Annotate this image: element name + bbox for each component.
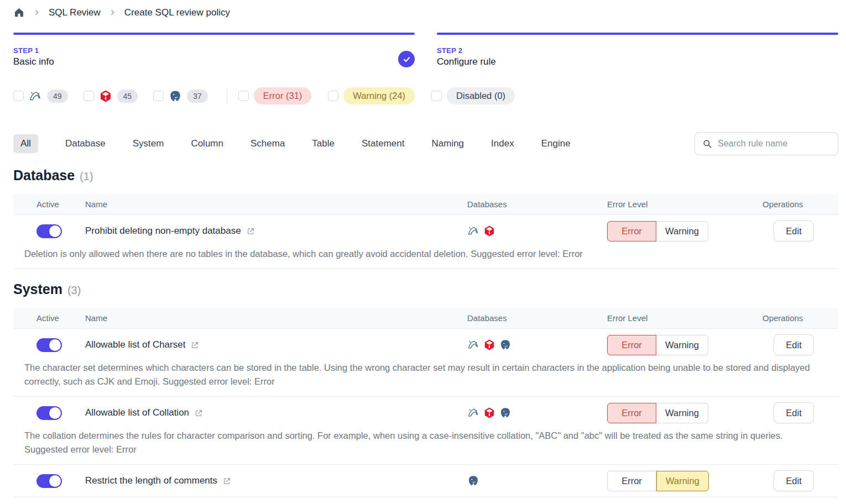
engine-filters: 49 45 37 (13, 90, 223, 103)
edit-button[interactable]: Edit (774, 470, 813, 491)
section-heading: Database (1) (13, 167, 838, 183)
error-filter-pill[interactable]: Error (31) (254, 87, 312, 104)
rule-row-block: Allowable list of Charset Error Warn (13, 329, 838, 397)
edit-button[interactable]: Edit (774, 221, 813, 242)
rule-databases (467, 407, 607, 419)
edit-button[interactable]: Edit (774, 334, 813, 355)
level-filter-checkbox[interactable] (328, 91, 338, 101)
column-header-operations: Operations (763, 200, 825, 209)
breadcrumb-sql-review[interactable]: SQL Review (49, 7, 101, 18)
section-title: System (13, 281, 62, 297)
level-filter-checkbox[interactable] (431, 91, 442, 101)
engine-filter-checkbox[interactable] (13, 91, 24, 101)
tab-table[interactable]: Table (312, 134, 335, 153)
warning-filter-pill[interactable]: Warning (24) (343, 87, 415, 104)
error-level-group: Error Warning (607, 471, 763, 491)
rule-count-badge: 45 (117, 90, 138, 103)
error-level-button[interactable]: Error (607, 221, 656, 242)
rule-active-toggle[interactable] (36, 406, 62, 420)
rule-name-link[interactable]: Allowable list of Charset (85, 339, 467, 350)
rule-description: The character set determines which chara… (13, 361, 838, 396)
tab-column[interactable]: Column (191, 134, 223, 153)
tab-naming[interactable]: Naming (431, 134, 464, 153)
breadcrumb-create-policy: Create SQL review policy (124, 7, 230, 18)
engine-filter[interactable]: 37 (153, 90, 208, 103)
tab-database[interactable]: Database (65, 134, 106, 153)
rule-name-link[interactable]: Allowable list of Collation (85, 407, 467, 418)
rule-active-toggle[interactable] (36, 474, 62, 488)
table-header-row: ActiveNameDatabasesError LevelOperations (13, 308, 838, 329)
rule-row: Allowable list of Collation Error Wa (13, 397, 838, 429)
warning-level-button[interactable]: Warning (656, 335, 708, 355)
rule-table: ActiveNameDatabasesError LevelOperations… (13, 308, 838, 497)
postgres-icon (169, 90, 182, 103)
level-filter-checkbox[interactable] (238, 91, 249, 101)
rule-name-link[interactable]: Restrict the length of comments (85, 475, 467, 486)
rule-name: Restrict the length of comments (85, 475, 217, 486)
warning-level-button[interactable]: Warning (656, 221, 708, 242)
table-header-row: ActiveNameDatabasesError LevelOperations (13, 194, 838, 215)
tab-index[interactable]: Index (491, 134, 514, 153)
rule-row-block: Restrict the length of comments Error Wa… (13, 465, 838, 497)
engine-filter-checkbox[interactable] (153, 91, 164, 101)
rule-section: Database (1) ActiveNameDatabasesError Le… (13, 167, 838, 269)
step-indicator: STEP 1 Basic info STEP 2 Configure rule (13, 33, 838, 67)
rule-row: Allowable list of Charset Error Warn (13, 329, 838, 361)
tidb-icon (99, 90, 112, 103)
step-2-title: Configure rule (437, 56, 838, 67)
tidb-icon (483, 225, 495, 237)
rule-name-link[interactable]: Prohibit deleting non-empty database (85, 225, 467, 237)
rule-description: Deletion is only allowed when there are … (13, 247, 838, 269)
external-link-icon (246, 227, 255, 236)
step-complete-check-icon (398, 51, 415, 67)
filter-divider (227, 88, 227, 103)
rule-count-badge: 37 (187, 90, 208, 103)
breadcrumb: SQL Review Create SQL review policy (13, 0, 838, 18)
postgres-icon (467, 475, 479, 487)
edit-button[interactable]: Edit (774, 402, 813, 423)
tab-system[interactable]: System (133, 134, 164, 153)
column-header-active: Active (36, 200, 85, 209)
error-level-button[interactable]: Error (607, 403, 656, 423)
search-box[interactable] (694, 132, 838, 155)
level-filter[interactable]: Warning (24) (328, 87, 415, 104)
tab-list: AllDatabaseSystemColumnSchemaTableStatem… (13, 134, 571, 153)
rule-active-toggle[interactable] (36, 224, 62, 238)
tab-engine[interactable]: Engine (541, 134, 571, 153)
mysql-icon (29, 90, 42, 103)
rule-description: The collation determines the rules for c… (13, 429, 838, 464)
section-count: (1) (80, 170, 93, 183)
postgres-icon (499, 339, 511, 351)
rule-databases (467, 339, 607, 351)
warning-level-button[interactable]: Warning (656, 471, 709, 491)
tab-all[interactable]: All (13, 134, 38, 153)
level-filter[interactable]: Error (31) (238, 87, 312, 104)
section-count: (3) (67, 284, 81, 297)
engine-filter[interactable]: 49 (13, 90, 68, 103)
column-header-name: Name (85, 313, 467, 323)
error-level-button[interactable]: Error (607, 471, 656, 491)
engine-filter[interactable]: 45 (83, 90, 138, 103)
tab-statement[interactable]: Statement (362, 134, 405, 153)
chevron-right-icon (109, 9, 116, 16)
error-level-button[interactable]: Error (607, 335, 656, 355)
category-tabs-row: AllDatabaseSystemColumnSchemaTableStatem… (13, 132, 838, 155)
postgres-icon (499, 407, 511, 419)
disabled-filter-pill[interactable]: Disabled (0) (447, 87, 515, 104)
create-sql-review-policy-page: SQL Review Create SQL review policy STEP… (0, 0, 846, 497)
warning-level-button[interactable]: Warning (656, 403, 708, 423)
home-icon[interactable] (13, 7, 25, 18)
search-input[interactable] (718, 139, 831, 149)
mysql-icon (467, 225, 479, 237)
tab-schema[interactable]: Schema (250, 134, 285, 153)
sections: Database (1) ActiveNameDatabasesError Le… (13, 167, 838, 497)
rule-row: Prohibit deleting non-empty database Err… (13, 215, 838, 247)
section-title: Database (13, 167, 75, 183)
column-header-error-level: Error Level (607, 200, 763, 209)
step-2-progress-bar (437, 33, 838, 35)
column-header-error-level: Error Level (607, 313, 763, 323)
rule-row-block: Prohibit deleting non-empty database Err… (13, 215, 838, 269)
engine-filter-checkbox[interactable] (83, 91, 94, 101)
rule-active-toggle[interactable] (36, 338, 62, 352)
level-filter[interactable]: Disabled (0) (431, 87, 515, 104)
